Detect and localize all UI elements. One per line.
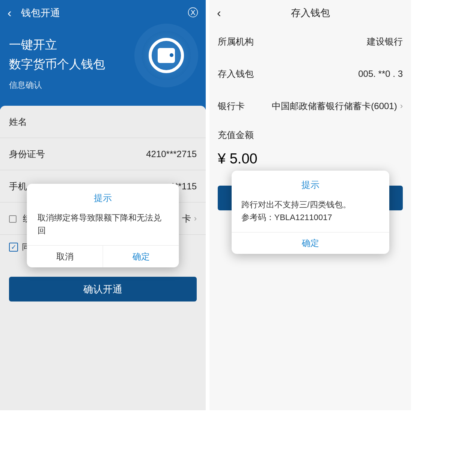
dialog-cancel-button[interactable]: 取消 bbox=[27, 246, 103, 267]
dialog-ok-button[interactable]: 确定 bbox=[103, 246, 179, 267]
dialog-message: 跨行对出不支持三/四类钱包。 参考码：YBLA12110017 bbox=[232, 196, 389, 232]
name-label: 姓名 bbox=[9, 116, 62, 128]
nav-title: 钱包开通 bbox=[18, 6, 186, 20]
dialog-ok-button[interactable]: 确定 bbox=[232, 232, 389, 254]
dialog-title: 提示 bbox=[232, 171, 389, 196]
hero-banner: 一键开立 数字货币个人钱包 信息确认 bbox=[0, 26, 206, 110]
checkbox-icon[interactable]: ✓ bbox=[9, 243, 18, 252]
wallet-value: 005. **0 . 3 bbox=[270, 69, 403, 79]
row-wallet[interactable]: 存入钱包 005. **0 . 3 bbox=[209, 58, 411, 90]
back-icon[interactable]: ‹ bbox=[217, 6, 227, 20]
row-id[interactable]: 身份证号 4210***2715 bbox=[0, 138, 206, 170]
wallet-label: 存入钱包 bbox=[218, 68, 270, 80]
left-dialog: 提示 取消绑定将导致限额下降和无法兑回 取消 确定 bbox=[27, 184, 179, 267]
bankcard-value: 中国邮政储蓄银行储蓄卡(6001) bbox=[270, 100, 397, 112]
amount-label: 充值金额 bbox=[209, 122, 411, 144]
id-value: 4210***2715 bbox=[62, 149, 197, 159]
hero-sub: 信息确认 bbox=[9, 80, 197, 91]
dialog-message: 取消绑定将导致限额下降和无法兑回 bbox=[27, 209, 179, 246]
nav-title: 存入钱包 bbox=[227, 6, 404, 20]
row-org: 所属机构 建设银行 bbox=[209, 26, 411, 58]
nav-bar: ‹ 存入钱包 bbox=[209, 0, 411, 26]
bankcard-label: 银行卡 bbox=[218, 100, 270, 112]
row-name[interactable]: 姓名 bbox=[0, 106, 206, 138]
close-icon[interactable]: ⓧ bbox=[186, 6, 198, 20]
id-label: 身份证号 bbox=[9, 148, 62, 160]
org-label: 所属机构 bbox=[218, 36, 270, 48]
confirm-open-button[interactable]: 确认开通 bbox=[9, 277, 197, 302]
dialog-title: 提示 bbox=[27, 184, 179, 209]
chevron-right-icon: › bbox=[400, 101, 403, 111]
chevron-right-icon: › bbox=[194, 214, 197, 224]
back-icon[interactable]: ‹ bbox=[8, 7, 18, 19]
wallet-badge-icon bbox=[142, 31, 191, 80]
nav-bar: ‹ 钱包开通 ⓧ bbox=[0, 0, 206, 26]
row-bankcard[interactable]: 银行卡 中国邮政储蓄银行储蓄卡(6001) › bbox=[209, 90, 411, 122]
left-screenshot: ‹ 钱包开通 ⓧ 一键开立 数字货币个人钱包 信息确认 姓名 身份证号 4210… bbox=[0, 0, 206, 410]
org-value: 建设银行 bbox=[270, 36, 403, 48]
right-dialog: 提示 跨行对出不支持三/四类钱包。 参考码：YBLA12110017 确定 bbox=[232, 171, 389, 254]
right-screenshot: ‹ 存入钱包 所属机构 建设银行 存入钱包 005. **0 . 3 银行卡 中… bbox=[209, 0, 411, 410]
